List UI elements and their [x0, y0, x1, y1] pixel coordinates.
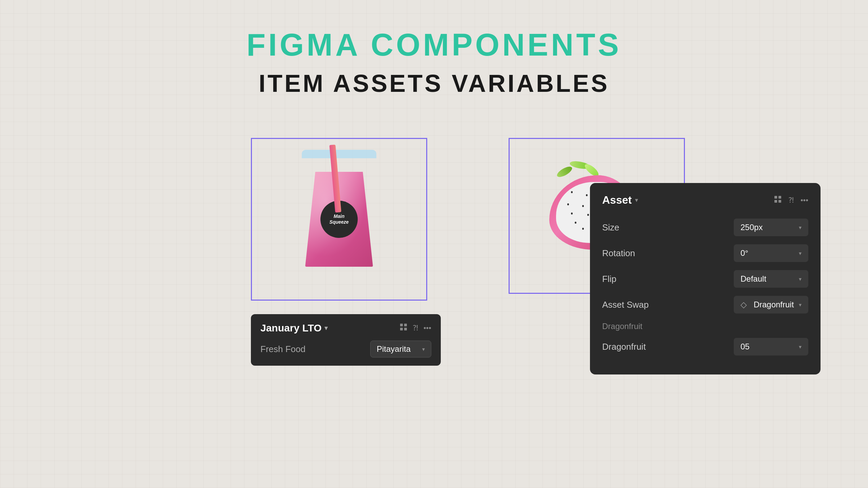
- size-label: Size: [602, 222, 619, 233]
- size-value: 250px: [741, 223, 763, 232]
- swap-icon: ◇: [741, 300, 747, 309]
- asset-row-rotation: Rotation 0° ▾: [602, 244, 808, 262]
- asset-panel-header: Asset ▾ ⁈ •••: [602, 194, 808, 206]
- swap-value: Dragonfruit: [754, 300, 794, 309]
- swap-dropdown[interactable]: ◇ Dragonfruit ▾: [734, 296, 808, 313]
- number-dropdown[interactable]: 05 ▾: [734, 338, 808, 355]
- rotation-chevron: ▾: [799, 250, 802, 257]
- pitayarita-value: Pitayarita: [377, 344, 411, 354]
- left-image-frame: MainSqueeze: [251, 138, 427, 301]
- more-icon[interactable]: •••: [423, 324, 431, 332]
- pitayarita-dropdown[interactable]: Pitayarita ▾: [370, 341, 431, 358]
- leaf-1: [555, 165, 573, 179]
- asset-title-chevron[interactable]: ▾: [635, 197, 638, 203]
- flip-chevron: ▾: [799, 276, 802, 282]
- swap-chevron: ▾: [799, 302, 802, 308]
- cup-logo-text: MainSqueeze: [330, 214, 349, 225]
- number-label: Dragonfruit: [602, 342, 646, 352]
- dropdown-chevron: ▾: [422, 346, 425, 352]
- rotation-dropdown[interactable]: 0° ▾: [734, 244, 808, 262]
- seed: [586, 194, 588, 196]
- svg-rect-5: [778, 196, 781, 199]
- size-dropdown[interactable]: 250px ▾: [734, 219, 808, 236]
- rotation-value: 0°: [741, 248, 748, 258]
- asset-panel: Asset ▾ ⁈ ••• Size 250px ▾ Rotation: [590, 183, 821, 374]
- asset-row-swap: Asset Swap ◇ Dragonfruit ▾: [602, 296, 808, 313]
- asset-panel-title: Asset ▾: [602, 194, 638, 206]
- asset-question-icon[interactable]: ⁈: [788, 196, 794, 205]
- seed: [587, 214, 589, 216]
- figma-panel-left: January LTO ▾ ⁈ •••: [251, 314, 441, 366]
- panel-icons-left: ⁈ •••: [400, 323, 431, 333]
- svg-rect-2: [400, 328, 403, 330]
- asset-panel-icons: ⁈ •••: [774, 195, 808, 205]
- panel-row-food: Fresh Food Pitayarita ▾: [260, 341, 431, 358]
- asset-more-icon[interactable]: •••: [801, 196, 808, 205]
- left-card: MainSqueeze January LTO ▾: [251, 138, 441, 366]
- panel-chevron[interactable]: ▾: [324, 324, 328, 332]
- drink-visual: MainSqueeze: [292, 155, 387, 284]
- rotation-label: Rotation: [602, 248, 635, 259]
- number-chevron: ▾: [799, 344, 802, 350]
- svg-rect-1: [404, 324, 407, 326]
- size-chevron: ▾: [799, 224, 802, 231]
- asset-row-size: Size 250px ▾: [602, 219, 808, 236]
- asset-row-number: Dragonfruit 05 ▾: [602, 338, 808, 355]
- question-icon[interactable]: ⁈: [413, 324, 418, 332]
- asset-grid-icon[interactable]: [774, 195, 782, 205]
- asset-row-flip: Flip Default ▾: [602, 270, 808, 288]
- seed: [571, 212, 573, 215]
- number-value: 05: [741, 342, 750, 351]
- swap-label: Asset Swap: [602, 300, 649, 310]
- seed: [575, 222, 576, 224]
- svg-rect-0: [400, 324, 403, 326]
- section-label-dragonfruit: Dragonfruit: [602, 322, 808, 331]
- panel-header-left: January LTO ▾ ⁈ •••: [260, 322, 431, 334]
- cup-lid: [302, 150, 376, 158]
- panel-title-text: January LTO: [260, 322, 322, 334]
- grid-icon[interactable]: [400, 323, 407, 333]
- svg-rect-4: [774, 196, 777, 199]
- flip-value: Default: [741, 274, 766, 284]
- flip-label: Flip: [602, 274, 616, 284]
- svg-rect-6: [774, 200, 777, 203]
- sub-title: ITEM ASSETS VARIABLES: [0, 69, 868, 97]
- svg-rect-3: [404, 328, 407, 330]
- svg-rect-7: [778, 200, 781, 203]
- panel-label-food: Fresh Food: [260, 344, 305, 354]
- asset-title-text: Asset: [602, 194, 632, 206]
- page-title-section: FIGMA COMPONENTS ITEM ASSETS VARIABLES: [0, 0, 868, 97]
- panel-title-left: January LTO ▾: [260, 322, 328, 334]
- seed: [582, 228, 584, 230]
- seed: [567, 203, 569, 205]
- seed: [571, 191, 573, 193]
- flip-dropdown[interactable]: Default ▾: [734, 270, 808, 288]
- seed: [582, 205, 584, 207]
- main-title: FIGMA COMPONENTS: [0, 27, 868, 63]
